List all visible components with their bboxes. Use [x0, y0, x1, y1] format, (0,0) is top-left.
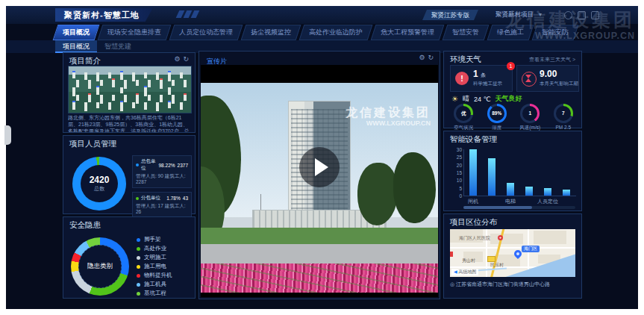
gear-icon[interactable]: ⚙ — [419, 54, 425, 61]
video-player[interactable]: 龙信建设集团 WWW.LXGROUP.CN — [201, 65, 438, 297]
panel-smart-devices: 智能设备管理 051015202530闸机电梯人员定位 — [443, 131, 582, 211]
building-block — [148, 80, 151, 87]
safety-legend-item: 文明施工 — [137, 253, 172, 262]
gauge-label: PM 2.5 — [548, 125, 579, 130]
building-block — [96, 87, 99, 95]
legend-label: 基坑工程 — [144, 290, 166, 297]
device-bar — [488, 158, 495, 196]
tree — [393, 152, 436, 224]
safety-legend-item: 物料提升机 — [137, 271, 172, 280]
gauge-value: 7 — [554, 104, 573, 123]
legend-name: 分包单位 — [141, 195, 164, 202]
tree — [357, 163, 398, 225]
alarm-icon: ! — [455, 72, 469, 85]
building-block — [144, 72, 147, 78]
legend-percent: 98.22% — [158, 163, 175, 168]
search-icon[interactable] — [564, 11, 572, 19]
nav-tab[interactable]: 智慧安管 — [443, 25, 490, 40]
y-axis-tick: 15 — [450, 170, 462, 175]
nav-tab-label: 智能安防 — [542, 28, 569, 37]
building-block — [76, 95, 79, 101]
building-block — [84, 102, 87, 111]
building-block — [96, 102, 99, 108]
panel-header-icons: ⚙↻ — [416, 54, 434, 61]
play-button[interactable] — [299, 147, 340, 187]
nav-tab[interactable]: 项目概况 — [53, 25, 100, 40]
sidebar-collapse-handle[interactable] — [4, 125, 11, 145]
building-block — [168, 87, 171, 95]
project-description: 路北侧、东方沁园东侧，共36栋高层住宅（6栋21层、21栋23层、9栋25层）、… — [68, 114, 192, 132]
panel-weather: 环境天气 查看未来三天天气 > ! 1 条 科学施工提示 1 9.00 本月天气… — [443, 51, 582, 128]
weather-forecast-link[interactable]: 查看未来三天天气 > — [529, 56, 575, 63]
nav-tab[interactable]: 扬尘视频监控 — [241, 25, 301, 40]
refresh-icon[interactable]: ↻ — [183, 55, 189, 63]
building-block — [132, 72, 135, 81]
nav-tab[interactable]: 危大工程预警管理 — [371, 25, 445, 40]
building-block — [168, 72, 171, 81]
legend-label: 高处作业 — [144, 245, 166, 252]
map-district-label: 海门区 — [522, 246, 540, 252]
construction-tips-card: ! 1 条 科学施工提示 1 — [450, 65, 513, 92]
weather-condition: 晴 — [463, 94, 469, 104]
building-block — [144, 87, 147, 96]
legend-row: 分包单位1.78%43 — [136, 195, 188, 202]
device-bar — [563, 190, 570, 196]
legend-dot — [137, 292, 140, 296]
building-block — [96, 72, 99, 81]
personnel-donut-center: 2420 总数 — [72, 175, 126, 193]
nav-tab-label: 现场安全隐患排查 — [107, 28, 161, 37]
building-block — [72, 102, 75, 110]
legend-label: 文明施工 — [144, 254, 166, 261]
nav-tab-label: 绿色施工 — [497, 28, 524, 37]
hospital-marker: + — [498, 235, 503, 240]
notification-badge: 1 — [507, 62, 515, 70]
panel-personnel: 项目人员管理 2420 总数 总包单位98.22%2377管理人员: 90 建筑… — [63, 135, 196, 214]
panel-header-icons: ⚙↻ — [171, 55, 189, 63]
sun-icon: ☀ — [451, 95, 458, 103]
legend-label: 物料提升机 — [144, 272, 172, 279]
building-block — [180, 72, 183, 78]
location-map[interactable]: 海门区人民医院 + 海门区 秀山村 民乐村 ◀ 高德地图 — [450, 229, 575, 277]
legend-dot — [137, 247, 140, 251]
legend-dot — [137, 283, 140, 287]
safety-legend-item: 脚手架 — [137, 235, 172, 244]
sub-nav-tab[interactable]: 项目概况 — [55, 40, 97, 53]
header: 聚贤新村-智慧工地 聚贤江苏专版 聚贤新村项目 ▼ — [6, 6, 638, 24]
device-bar — [525, 187, 533, 196]
nav-tab[interactable]: 现场安全隐患排查 — [98, 25, 172, 40]
alert-unit: 条 — [481, 72, 486, 78]
amap-logo: ◀ — [454, 269, 457, 274]
legend-row: 总包单位98.22%2377 — [136, 158, 188, 172]
nav-tab[interactable]: 高处作业临边防护 — [299, 25, 373, 40]
weather-gauges: 优空气状况89%湿度1风速(m/s)7PM 2.5 — [447, 104, 580, 131]
region-edition-button[interactable]: 聚贤江苏专版 — [422, 10, 478, 20]
nav-tab[interactable]: 人员定位动态管理 — [169, 25, 243, 40]
nav-tab-label: 项目概况 — [63, 28, 90, 37]
building-block — [136, 80, 139, 86]
message-icon[interactable] — [578, 11, 586, 19]
device-bar — [544, 188, 551, 196]
building-block — [136, 95, 139, 104]
impact-value: 9.00 — [540, 69, 557, 79]
weather-gauge: 优空气状况 — [448, 104, 479, 131]
nav-tab-label: 智慧安管 — [452, 28, 479, 37]
refresh-icon[interactable]: ↻ — [428, 54, 434, 61]
nav-tab[interactable]: 智能安防 — [532, 25, 579, 40]
personnel-legend-item: 总包单位98.22%2377管理人员: 90 建筑工人: 2287 — [132, 155, 192, 188]
project-select-value: 聚贤新村项目 — [495, 10, 534, 18]
building-block — [88, 80, 91, 89]
building-block — [168, 102, 171, 108]
fullscreen-icon[interactable] — [591, 11, 599, 19]
building-block — [108, 102, 111, 110]
x-axis-label: 人员定位 — [533, 198, 563, 205]
nav-tab[interactable]: 绿色施工 — [487, 25, 534, 40]
map-road — [450, 247, 575, 249]
gauge-ring: 89% — [487, 104, 507, 123]
chart-scrollbar-thumb[interactable] — [463, 206, 532, 209]
sub-nav-tab[interactable]: 智慧党建 — [97, 40, 139, 53]
gauge-value: 1 — [520, 104, 540, 123]
x-axis-label: 闸机 — [458, 198, 488, 205]
project-select[interactable]: 聚贤新村项目 ▼ — [495, 10, 543, 19]
gear-icon[interactable]: ⚙ — [174, 55, 180, 63]
legend-name: 总包单位 — [141, 158, 156, 172]
